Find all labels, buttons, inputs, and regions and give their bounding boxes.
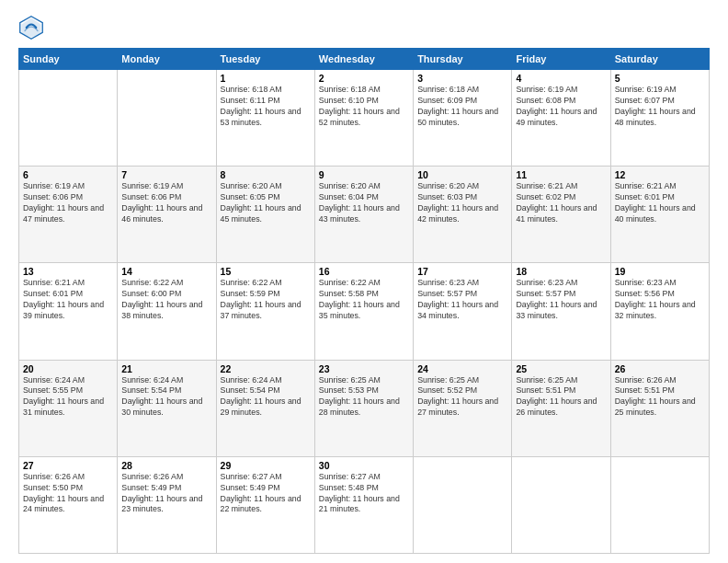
day-number: 14 [121, 266, 211, 277]
calendar-week-row: 6Sunrise: 6:19 AMSunset: 6:06 PMDaylight… [19, 167, 710, 263]
day-number: 27 [23, 460, 113, 471]
day-number: 17 [417, 266, 507, 277]
day-detail: Sunrise: 6:23 AMSunset: 5:56 PMDaylight:… [615, 278, 705, 322]
day-detail: Sunrise: 6:18 AMSunset: 6:10 PMDaylight:… [319, 85, 409, 129]
calendar-cell: 6Sunrise: 6:19 AMSunset: 6:06 PMDaylight… [19, 167, 118, 263]
calendar-cell [610, 456, 709, 553]
day-detail: Sunrise: 6:26 AMSunset: 5:50 PMDaylight:… [23, 472, 113, 516]
calendar-cell: 19Sunrise: 6:23 AMSunset: 5:56 PMDayligh… [610, 263, 709, 360]
calendar-cell [19, 70, 118, 167]
day-detail: Sunrise: 6:24 AMSunset: 5:54 PMDaylight:… [121, 375, 211, 419]
day-number: 9 [319, 169, 409, 180]
calendar-header-row: SundayMondayTuesdayWednesdayThursdayFrid… [19, 49, 710, 70]
day-number: 18 [516, 266, 606, 277]
calendar-cell: 28Sunrise: 6:26 AMSunset: 5:49 PMDayligh… [118, 456, 216, 553]
calendar-day-header: Sunday [19, 49, 118, 70]
day-number: 20 [23, 363, 113, 374]
day-detail: Sunrise: 6:26 AMSunset: 5:51 PMDaylight:… [615, 375, 705, 419]
day-detail: Sunrise: 6:25 AMSunset: 5:51 PMDaylight:… [516, 375, 606, 419]
calendar-week-row: 1Sunrise: 6:18 AMSunset: 6:11 PMDaylight… [19, 70, 710, 167]
day-number: 23 [319, 363, 409, 374]
day-detail: Sunrise: 6:23 AMSunset: 5:57 PMDaylight:… [516, 278, 606, 322]
day-number: 5 [615, 73, 705, 84]
calendar-cell: 4Sunrise: 6:19 AMSunset: 6:08 PMDaylight… [512, 70, 610, 167]
day-detail: Sunrise: 6:19 AMSunset: 6:07 PMDaylight:… [615, 85, 705, 129]
calendar-cell: 3Sunrise: 6:18 AMSunset: 6:09 PMDaylight… [414, 70, 512, 167]
day-number: 26 [615, 363, 705, 374]
logo-icon [18, 15, 44, 40]
calendar-cell: 26Sunrise: 6:26 AMSunset: 5:51 PMDayligh… [610, 360, 709, 456]
calendar-cell: 25Sunrise: 6:25 AMSunset: 5:51 PMDayligh… [512, 360, 610, 456]
calendar-day-header: Saturday [610, 49, 709, 70]
calendar-cell: 1Sunrise: 6:18 AMSunset: 6:11 PMDaylight… [216, 70, 314, 167]
day-detail: Sunrise: 6:21 AMSunset: 6:01 PMDaylight:… [615, 181, 705, 225]
day-detail: Sunrise: 6:25 AMSunset: 5:52 PMDaylight:… [417, 375, 507, 419]
day-detail: Sunrise: 6:23 AMSunset: 5:57 PMDaylight:… [417, 278, 507, 322]
day-number: 21 [121, 363, 211, 374]
calendar-day-header: Wednesday [314, 49, 413, 70]
day-number: 28 [121, 460, 211, 471]
day-detail: Sunrise: 6:22 AMSunset: 5:58 PMDaylight:… [319, 278, 409, 322]
calendar-cell [512, 456, 610, 553]
day-detail: Sunrise: 6:24 AMSunset: 5:54 PMDaylight:… [221, 375, 311, 419]
calendar-day-header: Thursday [414, 49, 512, 70]
calendar-cell: 17Sunrise: 6:23 AMSunset: 5:57 PMDayligh… [414, 263, 512, 360]
day-number: 8 [221, 169, 311, 180]
day-detail: Sunrise: 6:18 AMSunset: 6:11 PMDaylight:… [221, 85, 311, 129]
day-detail: Sunrise: 6:27 AMSunset: 5:49 PMDaylight:… [221, 472, 311, 516]
day-detail: Sunrise: 6:25 AMSunset: 5:53 PMDaylight:… [319, 375, 409, 419]
day-number: 6 [23, 169, 113, 180]
day-detail: Sunrise: 6:24 AMSunset: 5:55 PMDaylight:… [23, 375, 113, 419]
day-number: 30 [319, 460, 409, 471]
calendar-cell: 2Sunrise: 6:18 AMSunset: 6:10 PMDaylight… [314, 70, 413, 167]
day-number: 4 [516, 73, 606, 84]
day-detail: Sunrise: 6:20 AMSunset: 6:03 PMDaylight:… [417, 181, 507, 225]
day-detail: Sunrise: 6:21 AMSunset: 6:02 PMDaylight:… [516, 181, 606, 225]
calendar-cell: 23Sunrise: 6:25 AMSunset: 5:53 PMDayligh… [314, 360, 413, 456]
calendar-cell: 27Sunrise: 6:26 AMSunset: 5:50 PMDayligh… [19, 456, 118, 553]
day-detail: Sunrise: 6:22 AMSunset: 6:00 PMDaylight:… [121, 278, 211, 322]
calendar-day-header: Monday [118, 49, 216, 70]
calendar-cell: 20Sunrise: 6:24 AMSunset: 5:55 PMDayligh… [19, 360, 118, 456]
calendar-cell: 29Sunrise: 6:27 AMSunset: 5:49 PMDayligh… [216, 456, 314, 553]
calendar-cell: 13Sunrise: 6:21 AMSunset: 6:01 PMDayligh… [19, 263, 118, 360]
calendar-week-row: 13Sunrise: 6:21 AMSunset: 6:01 PMDayligh… [19, 263, 710, 360]
calendar-cell: 21Sunrise: 6:24 AMSunset: 5:54 PMDayligh… [118, 360, 216, 456]
calendar-cell: 8Sunrise: 6:20 AMSunset: 6:05 PMDaylight… [216, 167, 314, 263]
calendar-cell: 22Sunrise: 6:24 AMSunset: 5:54 PMDayligh… [216, 360, 314, 456]
calendar-week-row: 27Sunrise: 6:26 AMSunset: 5:50 PMDayligh… [19, 456, 710, 553]
calendar-cell: 9Sunrise: 6:20 AMSunset: 6:04 PMDaylight… [314, 167, 413, 263]
calendar-cell [118, 70, 216, 167]
day-detail: Sunrise: 6:21 AMSunset: 6:01 PMDaylight:… [23, 278, 113, 322]
day-number: 16 [319, 266, 409, 277]
day-detail: Sunrise: 6:22 AMSunset: 5:59 PMDaylight:… [221, 278, 311, 322]
calendar-cell: 12Sunrise: 6:21 AMSunset: 6:01 PMDayligh… [610, 167, 709, 263]
day-number: 19 [615, 266, 705, 277]
calendar-cell: 24Sunrise: 6:25 AMSunset: 5:52 PMDayligh… [414, 360, 512, 456]
day-detail: Sunrise: 6:19 AMSunset: 6:06 PMDaylight:… [121, 181, 211, 225]
calendar-cell: 30Sunrise: 6:27 AMSunset: 5:48 PMDayligh… [314, 456, 413, 553]
day-number: 12 [615, 169, 705, 180]
calendar-cell: 18Sunrise: 6:23 AMSunset: 5:57 PMDayligh… [512, 263, 610, 360]
day-detail: Sunrise: 6:18 AMSunset: 6:09 PMDaylight:… [417, 85, 507, 129]
calendar-cell: 15Sunrise: 6:22 AMSunset: 5:59 PMDayligh… [216, 263, 314, 360]
calendar-cell: 16Sunrise: 6:22 AMSunset: 5:58 PMDayligh… [314, 263, 413, 360]
calendar-cell [414, 456, 512, 553]
calendar-cell: 5Sunrise: 6:19 AMSunset: 6:07 PMDaylight… [610, 70, 709, 167]
day-detail: Sunrise: 6:20 AMSunset: 6:05 PMDaylight:… [221, 181, 311, 225]
day-number: 2 [319, 73, 409, 84]
day-number: 22 [221, 363, 311, 374]
day-number: 3 [417, 73, 507, 84]
calendar-cell: 10Sunrise: 6:20 AMSunset: 6:03 PMDayligh… [414, 167, 512, 263]
day-detail: Sunrise: 6:20 AMSunset: 6:04 PMDaylight:… [319, 181, 409, 225]
calendar-week-row: 20Sunrise: 6:24 AMSunset: 5:55 PMDayligh… [19, 360, 710, 456]
day-detail: Sunrise: 6:27 AMSunset: 5:48 PMDaylight:… [319, 472, 409, 516]
day-detail: Sunrise: 6:19 AMSunset: 6:08 PMDaylight:… [516, 85, 606, 129]
day-number: 29 [221, 460, 311, 471]
day-number: 25 [516, 363, 606, 374]
calendar-cell: 7Sunrise: 6:19 AMSunset: 6:06 PMDaylight… [118, 167, 216, 263]
logo [18, 15, 48, 40]
day-number: 11 [516, 169, 606, 180]
day-number: 24 [417, 363, 507, 374]
day-number: 10 [417, 169, 507, 180]
